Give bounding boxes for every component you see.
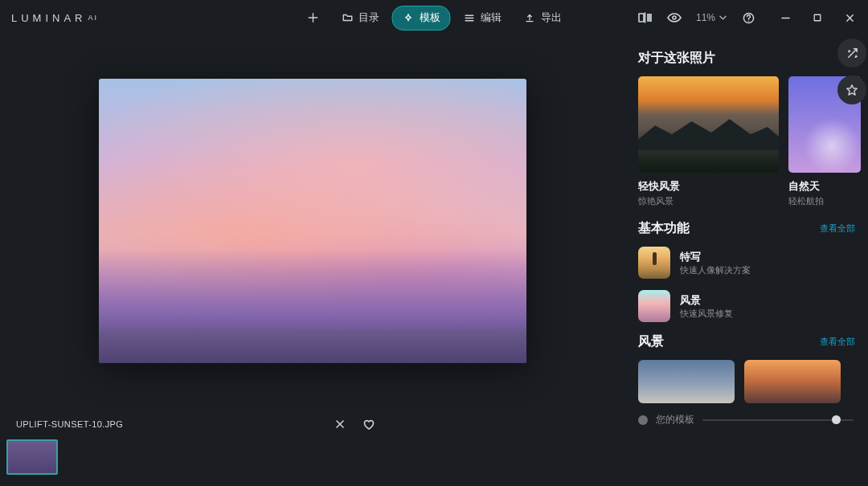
canvas-area: UPLIFT-SUNSET-10.JPG [0, 35, 625, 486]
card-subtitle: 轻松航拍 [788, 195, 868, 207]
collection-text: 特写 快速人像解决方案 [680, 250, 751, 276]
zoom-select[interactable]: 11% [696, 12, 727, 23]
main-area: UPLIFT-SUNSET-10.JPG 对于这张照片 轻快风景 惊艳风景 自然… [0, 35, 868, 486]
favorite-button[interactable] [362, 417, 376, 431]
your-templates-row: 您的模板 [638, 413, 868, 427]
add-button[interactable] [297, 7, 329, 29]
basic-header: 基本功能 查看全部 [638, 220, 868, 237]
favorite-floater[interactable] [837, 76, 866, 104]
zoom-value: 11% [696, 12, 715, 23]
card-thumb [638, 76, 779, 173]
templates-label: 模板 [420, 11, 440, 25]
canvas-viewport[interactable] [0, 50, 625, 414]
help-icon[interactable] [741, 10, 755, 25]
svg-point-2 [673, 16, 676, 19]
edit-tab[interactable]: 编辑 [454, 6, 511, 30]
sparkle-icon [403, 12, 415, 24]
close-button[interactable] [842, 10, 857, 25]
folder-icon [342, 12, 354, 24]
preview-icon[interactable] [667, 10, 682, 25]
collection-text: 风景 快速风景修复 [680, 293, 733, 320]
sliders-icon [464, 12, 476, 24]
template-dot-icon [638, 415, 648, 425]
export-label: 导出 [541, 11, 562, 25]
photo-preview [99, 79, 526, 363]
file-actions [333, 417, 609, 431]
view-all-basic[interactable]: 查看全部 [820, 223, 855, 235]
floating-tools [837, 39, 868, 104]
sunset-image [99, 79, 526, 363]
card-title: 自然天 [788, 179, 868, 194]
filmstrip [0, 435, 625, 480]
svg-rect-0 [639, 14, 644, 22]
card-subtitle: 惊艳风景 [638, 195, 779, 207]
svg-rect-1 [647, 14, 652, 22]
app-suffix: AI [88, 14, 99, 22]
for-this-photo-title: 对于这张照片 [638, 50, 868, 67]
export-icon [524, 12, 536, 24]
minimize-button[interactable] [778, 10, 792, 25]
landscape-thumbs [638, 360, 868, 403]
catalog-label: 目录 [358, 11, 379, 25]
maximize-button[interactable] [810, 10, 825, 25]
landscape-title: 风景 [638, 333, 664, 350]
top-nav: 目录 模板 编辑 导出 [297, 6, 571, 31]
edit-label: 编辑 [481, 11, 502, 25]
landscape-thumb[interactable] [744, 360, 841, 403]
basic-title: 基本功能 [638, 220, 690, 237]
plus-icon [307, 12, 319, 24]
file-info-row: UPLIFT-SUNSET-10.JPG [0, 414, 625, 435]
compare-icon[interactable] [638, 10, 653, 25]
templates-tab[interactable]: 模板 [392, 6, 451, 31]
collection-item[interactable]: 风景 快速风景修复 [638, 290, 868, 322]
collection-subtitle: 快速风景修复 [680, 308, 733, 320]
suggestion-card[interactable]: 轻快风景 惊艳风景 [638, 76, 779, 207]
landscape-thumb[interactable] [638, 360, 735, 403]
export-tab[interactable]: 导出 [514, 6, 571, 30]
collection-title: 特写 [680, 250, 751, 264]
view-all-landscape[interactable]: 查看全部 [820, 336, 855, 348]
collection-subtitle: 快速人像解决方案 [680, 264, 751, 276]
landscape-header: 风景 查看全部 [638, 333, 868, 350]
collection-thumb [638, 247, 670, 279]
collection-title: 风景 [680, 293, 733, 308]
magic-button[interactable] [837, 39, 866, 67]
app-name: LUMINAR [11, 12, 87, 24]
svg-rect-4 [814, 14, 821, 21]
collection-thumb [638, 290, 670, 322]
file-name: UPLIFT-SUNSET-10.JPG [16, 419, 123, 429]
slider-knob[interactable] [832, 415, 841, 424]
your-templates-label: 您的模板 [656, 413, 694, 427]
catalog-tab[interactable]: 目录 [332, 6, 389, 30]
title-bar: LUMINAR AI 目录 模板 编辑 [0, 0, 868, 35]
app-logo: LUMINAR AI [11, 12, 98, 24]
suggestion-cards: 轻快风景 惊艳风景 自然天 轻松航拍 [638, 76, 868, 207]
collection-item[interactable]: 特写 快速人像解决方案 [638, 247, 868, 279]
card-title: 轻快风景 [638, 179, 779, 194]
filmstrip-thumb[interactable] [6, 439, 58, 475]
top-right-controls: 11% [638, 10, 857, 25]
chevron-down-icon [719, 15, 727, 20]
window-controls [778, 10, 857, 25]
intensity-slider[interactable] [702, 415, 854, 425]
reject-button[interactable] [333, 417, 347, 431]
side-panel: 对于这张照片 轻快风景 惊艳风景 自然天 轻松航拍 基本功能 查看全部 特写 快… [625, 35, 868, 486]
